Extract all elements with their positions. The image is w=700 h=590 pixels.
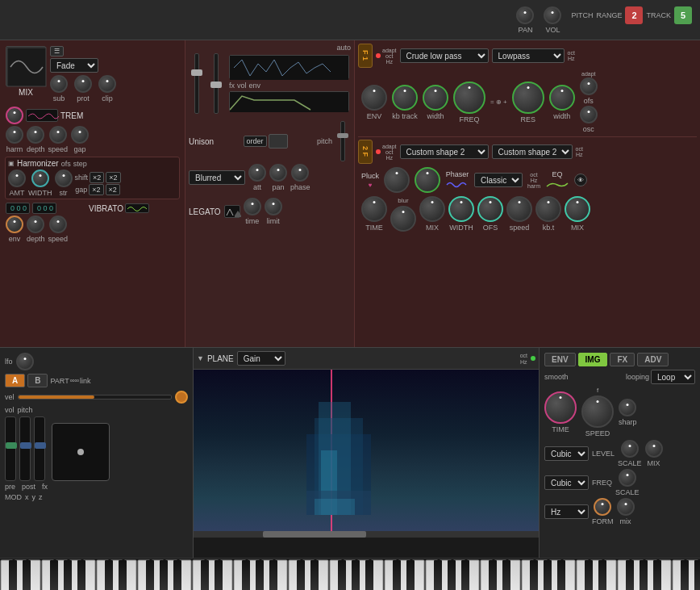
amt-knob[interactable] (8, 169, 26, 187)
env-time-knob[interactable] (544, 391, 577, 424)
classic-dropdown[interactable]: Classic (474, 173, 523, 187)
env-scale-knob[interactable] (621, 440, 639, 458)
f2-time-knob[interactable] (361, 196, 387, 222)
f2-speed-knob[interactable] (506, 196, 532, 222)
vibrato-section: 0 0 0 0 0 0 VIBRATO env (3, 201, 181, 245)
shift-x2[interactable]: ×2 (90, 172, 104, 183)
att-knob[interactable] (248, 164, 266, 182)
gain-dropdown[interactable]: Gain (237, 351, 285, 366)
env-speed-knob[interactable] (581, 395, 614, 428)
track-badge[interactable]: 5 (674, 6, 692, 24)
v-fader-2[interactable] (19, 416, 31, 481)
v-fader-3[interactable] (34, 416, 45, 481)
f1-led[interactable] (376, 53, 381, 58)
menu-btn[interactable]: ☰ (50, 46, 64, 56)
phase-knob[interactable] (291, 164, 309, 182)
scrollbar-thumb[interactable] (263, 531, 366, 538)
loop-dropdown[interactable]: Loop (651, 370, 695, 384)
custom-shape2a-dropdown[interactable]: Custom shape 2 (400, 144, 489, 159)
lfo-knob[interactable] (16, 353, 34, 370)
pitch-label3: pitch (18, 406, 33, 414)
legato-time-knob[interactable] (244, 198, 261, 215)
harm-knob[interactable] (6, 126, 23, 144)
env-mix-knob[interactable] (645, 440, 663, 458)
f1-kbtrack-knob[interactable] (392, 85, 418, 111)
spectrum-display[interactable] (194, 370, 539, 531)
f2-led[interactable] (376, 149, 381, 154)
vel-slider[interactable] (18, 395, 172, 400)
fx-tab[interactable]: FX (610, 353, 635, 366)
svg-rect-87 (461, 560, 469, 590)
trem-speed-knob[interactable] (49, 126, 67, 144)
vel-dot[interactable] (175, 391, 188, 404)
f1-env-knob[interactable] (361, 85, 387, 111)
f2-width-knob[interactable] (448, 196, 474, 222)
vol-knob[interactable] (544, 6, 561, 24)
wave-display[interactable] (6, 46, 46, 86)
eq-label: EQ (552, 170, 562, 178)
env-sharp-knob[interactable] (619, 399, 636, 416)
f1-res-knob[interactable] (512, 82, 544, 114)
f1-ofs-knob[interactable] (580, 77, 598, 95)
env-tab[interactable]: ENV (544, 353, 576, 366)
lowpass-dropdown[interactable]: Lowpass (492, 48, 565, 63)
f2-knob2[interactable] (415, 167, 440, 193)
f1-osc-knob[interactable] (580, 106, 598, 123)
str-knob[interactable] (55, 169, 73, 187)
legato-limit-knob[interactable] (265, 198, 282, 215)
prot-knob[interactable] (74, 75, 92, 93)
pan-knob[interactable] (516, 6, 534, 24)
f2-mix2-knob[interactable] (565, 196, 590, 222)
hz-dropdown[interactable]: Hz (544, 504, 589, 519)
f2-ofs-knob[interactable] (477, 196, 503, 222)
fade-dropdown[interactable]: Fade (50, 58, 98, 73)
svg-rect-1 (230, 56, 348, 80)
cubic2-dropdown[interactable]: Cubic (544, 475, 589, 490)
f1-width2-knob[interactable] (549, 85, 575, 111)
eye-btn[interactable]: 👁 (574, 174, 587, 186)
cubic1-dropdown[interactable]: Cubic (544, 446, 589, 461)
shift-x2b[interactable]: ×2 (106, 172, 120, 183)
gap-x2b[interactable]: ×2 (106, 184, 120, 195)
gap-x2[interactable]: ×2 (89, 184, 103, 195)
env-scale2-knob[interactable] (619, 469, 636, 487)
vibrato-env-knob[interactable] (6, 215, 23, 233)
f2-knob1[interactable] (384, 167, 410, 193)
clip-knob[interactable] (98, 75, 116, 93)
env-mix2-knob[interactable] (617, 498, 635, 516)
adv-tab[interactable]: ADV (637, 353, 669, 366)
h-scrollbar[interactable] (194, 531, 539, 538)
xy-pad[interactable] (52, 423, 110, 481)
y-label: y (32, 493, 36, 501)
f2-oct2: oct (576, 146, 583, 152)
f2-mix-knob[interactable] (419, 196, 445, 222)
vibrato-speed-knob[interactable] (49, 215, 67, 233)
img-tab[interactable]: IMG (578, 353, 608, 366)
pan-knob2[interactable] (269, 164, 287, 182)
range-badge[interactable]: 2 (625, 6, 643, 24)
f2-harm: harm (527, 183, 540, 189)
f1-width-knob[interactable] (423, 85, 448, 111)
order-badge[interactable]: order (244, 136, 267, 147)
svg-rect-70 (146, 560, 154, 590)
sub-knob[interactable] (50, 75, 68, 93)
a-button[interactable]: A (5, 374, 25, 387)
order-display[interactable] (269, 134, 288, 149)
f2-kbt-knob[interactable] (535, 196, 561, 222)
trem-gap-knob[interactable] (71, 126, 89, 144)
custom-shape2b-dropdown[interactable]: Custom shape 2 (492, 144, 573, 159)
vibrato-depth-knob[interactable] (27, 215, 44, 233)
width-knob[interactable] (31, 169, 49, 187)
plane-led[interactable] (531, 356, 535, 361)
v-fader-1[interactable] (5, 416, 16, 481)
trem-depth-knob[interactable] (27, 126, 44, 144)
env-form-knob[interactable] (594, 498, 611, 516)
piano-svg[interactable]: // Draw piano keys programmatically via … (0, 559, 700, 590)
blurred-dropdown[interactable]: Blurred (189, 170, 245, 185)
b-button[interactable]: B (27, 374, 48, 387)
f-label: f (597, 387, 598, 394)
crude-lowpass-dropdown[interactable]: Crude low pass (400, 48, 489, 63)
f1-freq-knob[interactable] (453, 82, 485, 114)
f2-blur-knob[interactable] (390, 206, 416, 232)
trem-knob[interactable] (6, 107, 23, 124)
